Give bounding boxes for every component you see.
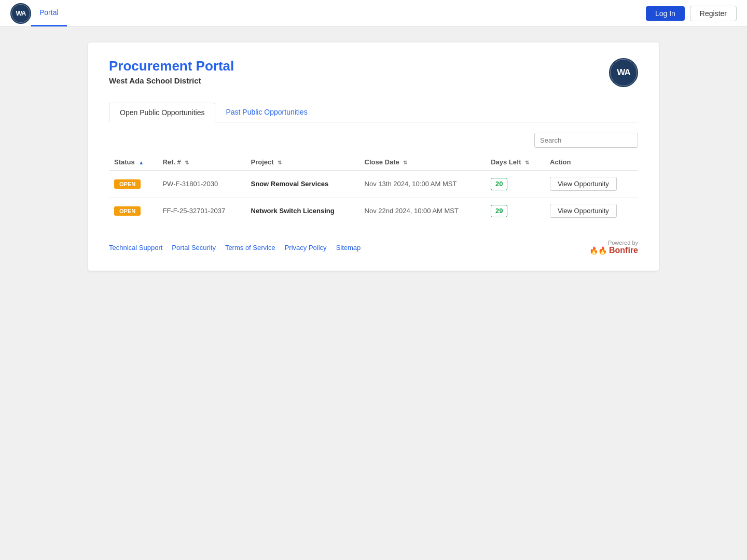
register-button[interactable]: Register — [690, 6, 737, 21]
table-header: Status ▲ Ref. # ⇅ Project ⇅ Close Date ⇅… — [109, 154, 638, 171]
portal-logo-inner: WA — [610, 59, 637, 86]
nav-logo: WA — [10, 3, 31, 24]
cell-daysleft-0: 20 — [486, 171, 545, 198]
tabs-container: Open Public Opportunities Past Public Op… — [109, 103, 638, 122]
bonfire-brand: Bonfire — [609, 246, 638, 255]
status-badge-1: OPEN — [114, 206, 141, 216]
footer-links: Technical Support Portal Security Terms … — [109, 244, 361, 251]
search-row — [109, 133, 638, 148]
col-close-date[interactable]: Close Date ⇅ — [359, 154, 486, 171]
sort-daysleft-icon: ⇅ — [525, 160, 529, 165]
cell-status-1: OPEN — [109, 198, 157, 225]
search-input[interactable] — [534, 133, 638, 148]
sort-project-icon: ⇅ — [278, 160, 282, 165]
cell-ref-0: PW-F-31801-2030 — [157, 171, 245, 198]
tab-past-opportunities[interactable]: Past Public Opportunities — [215, 103, 317, 122]
footer-link-sitemap[interactable]: Sitemap — [336, 244, 361, 251]
nav-links: Portal — [31, 0, 67, 26]
footer-link-technical-support[interactable]: Technical Support — [109, 244, 162, 251]
col-project[interactable]: Project ⇅ — [246, 154, 359, 171]
cell-action-1: View Opportunity — [545, 198, 638, 225]
table-row: OPEN PW-F-31801-2030 Snow Removal Servic… — [109, 171, 638, 198]
days-badge-0: 20 — [491, 178, 507, 190]
portal-footer: Technical Support Portal Security Terms … — [109, 240, 638, 255]
login-button[interactable]: Log In — [646, 6, 685, 21]
view-opportunity-button-0[interactable]: View Opportunity — [550, 177, 617, 191]
opportunities-table: Status ▲ Ref. # ⇅ Project ⇅ Close Date ⇅… — [109, 154, 638, 224]
footer-link-terms[interactable]: Terms of Service — [225, 244, 275, 251]
powered-by-text: Powered by — [608, 240, 638, 246]
nav-logo-inner: WA — [11, 4, 30, 23]
col-days-left[interactable]: Days Left ⇅ — [486, 154, 545, 171]
nav-actions: Log In Register — [646, 6, 737, 21]
status-badge-0: OPEN — [114, 179, 141, 189]
cell-action-0: View Opportunity — [545, 171, 638, 198]
col-status[interactable]: Status ▲ — [109, 154, 157, 171]
portal-title: Procurement Portal — [109, 58, 234, 74]
cell-daysleft-1: 29 — [486, 198, 545, 225]
cell-status-0: OPEN — [109, 171, 157, 198]
bonfire-logo: 🔥🔥 Bonfire — [589, 246, 638, 255]
footer-link-portal-security[interactable]: Portal Security — [172, 244, 216, 251]
cell-ref-1: FF-F-25-32701-2037 — [157, 198, 245, 225]
col-action: Action — [545, 154, 638, 171]
sort-status-icon: ▲ — [139, 160, 144, 165]
cell-project-0: Snow Removal Services — [246, 171, 359, 198]
cell-closedate-0: Nov 13th 2024, 10:00 AM MST — [359, 171, 486, 198]
portal-header-text: Procurement Portal West Ada School Distr… — [109, 58, 234, 85]
powered-by-section: Powered by 🔥🔥 Bonfire — [589, 240, 638, 255]
nav-portal-link[interactable]: Portal — [31, 0, 67, 26]
portal-logo: WA — [609, 58, 638, 87]
top-nav: WA Portal Log In Register — [0, 0, 747, 27]
bonfire-icon: 🔥🔥 — [589, 246, 607, 255]
main-content: Procurement Portal West Ada School Distr… — [88, 43, 659, 271]
col-ref[interactable]: Ref. # ⇅ — [157, 154, 245, 171]
footer-link-privacy[interactable]: Privacy Policy — [285, 244, 327, 251]
sort-ref-icon: ⇅ — [185, 160, 189, 165]
days-badge-1: 29 — [491, 205, 507, 217]
portal-subtitle: West Ada School District — [109, 76, 234, 85]
tab-open-opportunities[interactable]: Open Public Opportunities — [109, 103, 215, 122]
sort-closedate-icon: ⇅ — [403, 160, 407, 165]
table-header-row: Status ▲ Ref. # ⇅ Project ⇅ Close Date ⇅… — [109, 154, 638, 171]
cell-closedate-1: Nov 22nd 2024, 10:00 AM MST — [359, 198, 486, 225]
portal-header: Procurement Portal West Ada School Distr… — [109, 58, 638, 87]
view-opportunity-button-1[interactable]: View Opportunity — [550, 204, 617, 218]
table-body: OPEN PW-F-31801-2030 Snow Removal Servic… — [109, 171, 638, 225]
table-row: OPEN FF-F-25-32701-2037 Network Switch L… — [109, 198, 638, 225]
cell-project-1: Network Switch Licensing — [246, 198, 359, 225]
